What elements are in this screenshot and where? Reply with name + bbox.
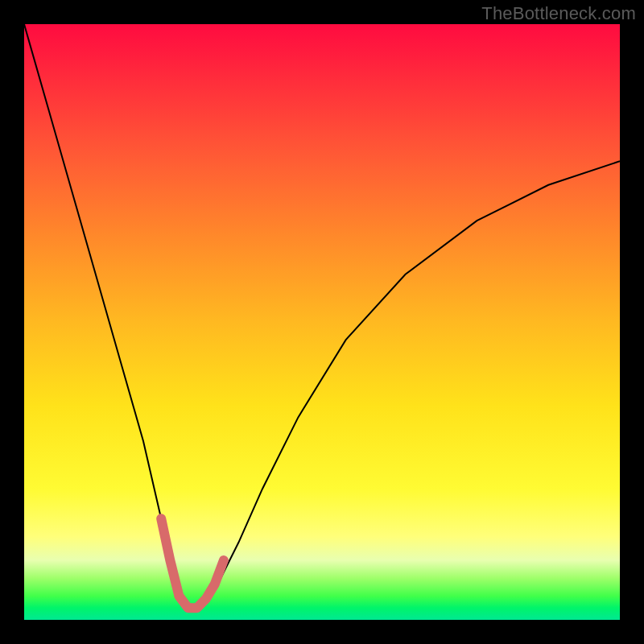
series-valley-marker — [161, 518, 224, 608]
attribution-text: TheBottleneck.com — [481, 3, 636, 24]
chart-svg — [24, 24, 620, 620]
chart-frame: TheBottleneck.com — [0, 0, 644, 644]
series-bottleneck-curve — [24, 24, 620, 608]
plot-area — [24, 24, 620, 620]
